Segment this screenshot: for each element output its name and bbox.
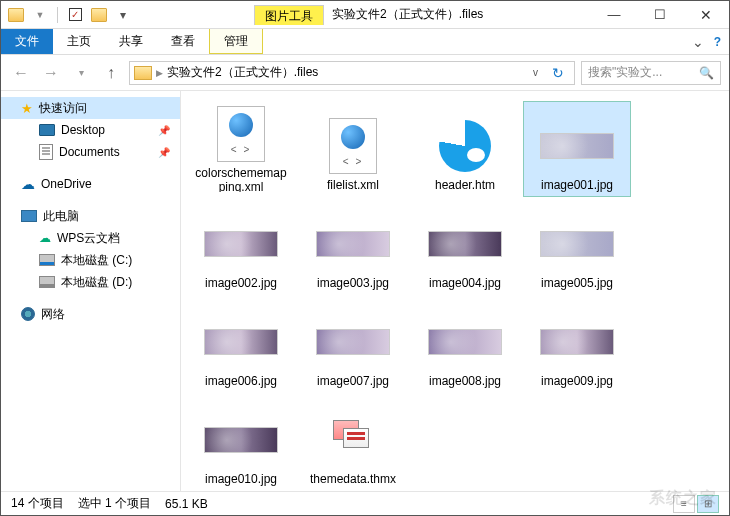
qat-overflow-icon[interactable]: ▾ [112, 4, 134, 26]
sidebar-item-wps[interactable]: ☁ WPS云文档 [1, 227, 180, 249]
file-name: image009.jpg [541, 374, 613, 388]
file-thumbnail [204, 412, 278, 468]
file-thumbnail [428, 216, 502, 272]
address-path[interactable]: 实验文件2（正式文件）.files [167, 64, 318, 81]
tab-share[interactable]: 共享 [105, 29, 157, 54]
sidebar-item-label: OneDrive [41, 177, 92, 191]
address-dropdown-icon[interactable]: v [529, 67, 542, 78]
sidebar-item-label: Documents [59, 145, 120, 159]
navigation-bar: ← → ▾ ↑ ▶ 实验文件2（正式文件）.files v ↻ 搜索"实验文..… [1, 55, 729, 91]
back-button[interactable]: ← [9, 61, 33, 85]
sidebar-onedrive[interactable]: ☁ OneDrive [1, 173, 180, 195]
contextual-tab-header: 图片工具 [254, 5, 324, 25]
forward-button[interactable]: → [39, 61, 63, 85]
sidebar-item-disk-c[interactable]: 本地磁盘 (C:) [1, 249, 180, 271]
cloud-icon: ☁ [39, 231, 51, 245]
sidebar-quick-access[interactable]: ★ 快速访问 [1, 97, 180, 119]
file-name: image004.jpg [429, 276, 501, 290]
title-bar: ▼ ✓ ▾ 图片工具 实验文件2（正式文件）.files — ☐ ✕ [1, 1, 729, 29]
file-item[interactable]: image005.jpg [523, 199, 631, 295]
maximize-button[interactable]: ☐ [637, 1, 683, 28]
file-tab[interactable]: 文件 [1, 29, 53, 54]
file-thumbnail [540, 314, 614, 370]
sidebar-item-label: 网络 [41, 306, 65, 323]
file-item[interactable]: image006.jpg [187, 297, 295, 393]
window-title: 实验文件2（正式文件）.files [324, 6, 591, 23]
icons-view-button[interactable]: ⊞ [697, 495, 719, 513]
file-name: image005.jpg [541, 276, 613, 290]
status-selection: 选中 1 个项目 [78, 495, 151, 512]
recent-dropdown-icon[interactable]: ▾ [69, 61, 93, 85]
status-bar: 14 个项目 选中 1 个项目 65.1 KB ≡ ⊞ [1, 491, 729, 515]
quick-access-toolbar: ▼ ✓ ▾ [1, 4, 134, 26]
sidebar-item-disk-d[interactable]: 本地磁盘 (D:) [1, 271, 180, 293]
file-item[interactable]: filelist.xml [299, 101, 407, 197]
file-thumbnail [428, 314, 502, 370]
details-view-button[interactable]: ≡ [673, 495, 695, 513]
cloud-icon: ☁ [21, 176, 35, 192]
file-item[interactable]: image001.jpg [523, 101, 631, 197]
divider [57, 7, 58, 23]
file-item[interactable]: image010.jpg [187, 395, 295, 491]
file-thumbnail [204, 216, 278, 272]
file-thumbnail [204, 106, 278, 162]
file-name: image002.jpg [205, 276, 277, 290]
file-item[interactable]: image008.jpg [411, 297, 519, 393]
window-controls: — ☐ ✕ [591, 1, 729, 28]
desktop-icon [39, 124, 55, 136]
file-item[interactable]: image009.jpg [523, 297, 631, 393]
ribbon-expand-icon[interactable]: ⌄ [692, 34, 704, 50]
properties-checkbox[interactable]: ✓ [64, 4, 86, 26]
sidebar-this-pc[interactable]: 此电脑 [1, 205, 180, 227]
qat-dropdown-icon[interactable]: ▼ [29, 4, 51, 26]
file-thumbnail [428, 118, 502, 174]
sidebar-item-label: Desktop [61, 123, 105, 137]
folder-icon[interactable] [5, 4, 27, 26]
file-thumbnail [540, 118, 614, 174]
file-item[interactable]: image004.jpg [411, 199, 519, 295]
file-name: image007.jpg [317, 374, 389, 388]
ribbon: 文件 主页 共享 查看 管理 ⌄ ? [1, 29, 729, 55]
file-thumbnail [316, 216, 390, 272]
file-item[interactable]: colorschememapping.xml [187, 101, 295, 197]
search-input[interactable]: 搜索"实验文... 🔍 [581, 61, 721, 85]
file-thumbnail [316, 412, 390, 468]
file-name: header.htm [435, 178, 495, 192]
file-name: colorschememapping.xml [192, 166, 290, 192]
file-thumbnail [316, 118, 390, 174]
close-button[interactable]: ✕ [683, 1, 729, 28]
file-item[interactable]: themedata.thmx [299, 395, 407, 491]
minimize-button[interactable]: — [591, 1, 637, 28]
sidebar-network[interactable]: 网络 [1, 303, 180, 325]
sidebar-item-desktop[interactable]: Desktop 📌 [1, 119, 180, 141]
file-name: image001.jpg [541, 178, 613, 192]
tab-home[interactable]: 主页 [53, 29, 105, 54]
document-icon [39, 144, 53, 160]
tab-view[interactable]: 查看 [157, 29, 209, 54]
file-list[interactable]: colorschememapping.xmlfilelist.xmlheader… [181, 91, 729, 493]
sidebar-item-label: 本地磁盘 (C:) [61, 252, 132, 269]
file-name: image006.jpg [205, 374, 277, 388]
file-item[interactable]: image002.jpg [187, 199, 295, 295]
navigation-pane: ★ 快速访问 Desktop 📌 Documents 📌 ☁ OneDrive [1, 91, 181, 493]
file-name: themedata.thmx [310, 472, 396, 486]
star-icon: ★ [21, 101, 33, 116]
file-item[interactable]: image007.jpg [299, 297, 407, 393]
disk-icon [39, 254, 55, 266]
sidebar-item-label: 此电脑 [43, 208, 79, 225]
help-icon[interactable]: ? [714, 35, 721, 49]
file-name: image003.jpg [317, 276, 389, 290]
disk-icon [39, 276, 55, 288]
file-item[interactable]: image003.jpg [299, 199, 407, 295]
up-button[interactable]: ↑ [99, 61, 123, 85]
address-bar[interactable]: ▶ 实验文件2（正式文件）.files v ↻ [129, 61, 575, 85]
file-item[interactable]: header.htm [411, 101, 519, 197]
refresh-icon[interactable]: ↻ [546, 65, 570, 81]
chevron-right-icon[interactable]: ▶ [156, 68, 163, 78]
tab-manage[interactable]: 管理 [209, 29, 263, 54]
folder-icon [134, 66, 152, 80]
file-name: image008.jpg [429, 374, 501, 388]
file-name: filelist.xml [327, 178, 379, 192]
sidebar-item-documents[interactable]: Documents 📌 [1, 141, 180, 163]
new-folder-icon[interactable] [88, 4, 110, 26]
